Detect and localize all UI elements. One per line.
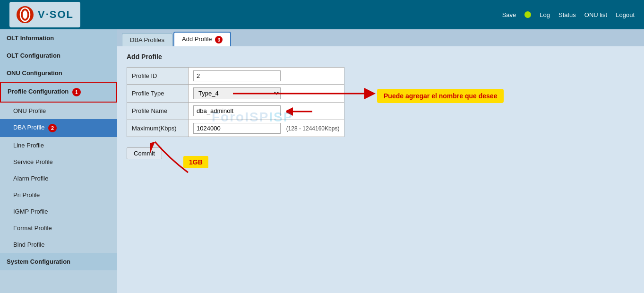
maximum-kbps-label: Maximum(Kbps): [127, 120, 189, 137]
gb-badge: 1GB: [183, 156, 208, 168]
logo-area: V·SOL: [9, 2, 80, 27]
table-row: Profile ID: [127, 68, 344, 85]
onu-list-link[interactable]: ONU list: [584, 11, 607, 18]
log-link[interactable]: Log: [540, 11, 550, 18]
sidebar-item-igmp-profile[interactable]: IGMP Profile: [0, 203, 117, 220]
range-hint: (128 - 1244160Kbps): [286, 125, 340, 132]
save-label: Save: [502, 11, 516, 18]
logout-link[interactable]: Logout: [616, 11, 635, 18]
table-row: Maximum(Kbps) (128 - 1244160Kbps): [127, 120, 344, 137]
sidebar-item-olt-info[interactable]: OLT Information: [0, 29, 117, 47]
profile-name-input[interactable]: [193, 105, 281, 116]
sidebar-item-pri-profile[interactable]: Pri Profile: [0, 187, 117, 203]
profile-name-value-cell: [189, 103, 344, 120]
commit-area: Commit 1GB: [127, 142, 344, 159]
logo-text: V·SOL: [38, 9, 74, 21]
svg-point-2: [23, 10, 27, 19]
sidebar-item-olt-config[interactable]: OLT Configuration: [0, 47, 117, 64]
sidebar-item-service-profile[interactable]: Service Profile: [0, 154, 117, 170]
maximum-kbps-value-cell: (128 - 1244160Kbps): [189, 120, 344, 137]
sidebar-item-bind-profile[interactable]: Bind Profile: [0, 236, 117, 253]
profile-config-badge: 1: [72, 88, 81, 96]
status-dot: [524, 11, 531, 18]
dba-profile-badge: 2: [48, 124, 57, 132]
sidebar: OLT Information OLT Configuration ONU Co…: [0, 29, 117, 293]
sidebar-item-line-profile[interactable]: Line Profile: [0, 137, 117, 154]
profile-id-input[interactable]: [193, 70, 281, 81]
maximum-kbps-input[interactable]: [193, 123, 281, 134]
main-content: DBA Profiles Add Profile 3 Add Profile P…: [117, 29, 644, 293]
tab-add-profile[interactable]: Add Profile 3: [173, 32, 231, 46]
table-row: Profile Name: [127, 103, 344, 120]
layout: OLT Information OLT Configuration ONU Co…: [0, 29, 644, 293]
long-arrow-annotation: [231, 84, 377, 103]
arrow-right-annotation: [286, 106, 315, 117]
sidebar-item-system-config[interactable]: System Configuration: [0, 253, 117, 270]
header: V·SOL Save Log Status ONU list Logout: [0, 0, 644, 29]
page-title: Add Profile: [127, 53, 635, 60]
status-link[interactable]: Status: [558, 11, 576, 18]
sidebar-item-alarm-profile[interactable]: Alarm Profile: [0, 170, 117, 187]
form-annotation-container: Profile ID Profile Type Type_1Type_2Type…: [127, 67, 344, 159]
sidebar-item-format-profile[interactable]: Format Profile: [0, 220, 117, 236]
profile-id-value-cell: [189, 68, 344, 85]
add-profile-tab-badge: 3: [215, 36, 223, 43]
profile-type-label: Profile Type: [127, 85, 189, 103]
profile-name-label: Profile Name: [127, 103, 189, 120]
sidebar-item-dba-profile[interactable]: DBA Profile 2: [0, 119, 117, 137]
profile-id-label: Profile ID: [127, 68, 189, 85]
content-area: Add Profile Profile ID Pr: [117, 46, 644, 166]
sidebar-item-onu-config[interactable]: ONU Configuration: [0, 64, 117, 82]
sidebar-item-onu-profile[interactable]: ONU Profile: [0, 103, 117, 119]
tabs-bar: DBA Profiles Add Profile 3: [117, 29, 644, 46]
tab-dba-profiles[interactable]: DBA Profiles: [122, 33, 172, 46]
annotation-bubble: Puede agregar el nombre que desee: [377, 89, 504, 103]
sidebar-item-profile-config[interactable]: Profile Configuration 1: [0, 82, 117, 103]
vsol-logo-icon: [16, 6, 34, 24]
header-right: Save Log Status ONU list Logout: [502, 11, 635, 18]
